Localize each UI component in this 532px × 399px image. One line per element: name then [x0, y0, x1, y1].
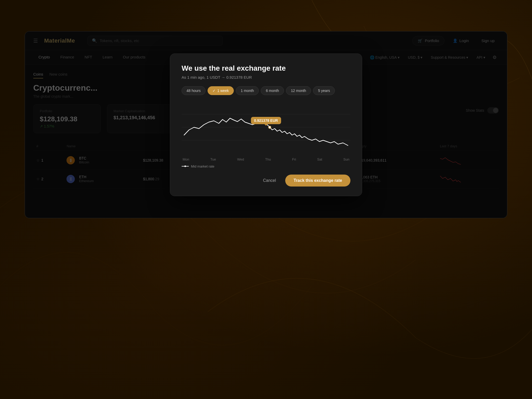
track-exchange-rate-button[interactable]: Track this exchange rate	[285, 175, 350, 187]
filter-5years[interactable]: 5 years	[313, 86, 335, 95]
chart-label-wed: Wed	[237, 157, 244, 161]
filter-48hours-label: 48 hours	[187, 89, 201, 93]
cancel-button[interactable]: Cancel	[258, 175, 281, 186]
time-filters: 48 hours ✓ 1 week 1 month 6 month 12 mon…	[182, 86, 350, 95]
chart-label-sat: Sat	[317, 157, 322, 161]
filter-12month[interactable]: 12 month	[286, 86, 311, 95]
filter-1week[interactable]: ✓ 1 week	[208, 86, 234, 95]
chart-labels: Mon Tue Wed Thu Fri Sat Sun	[182, 157, 350, 161]
exchange-rate-modal: We use the real exchange rate As 1 min a…	[170, 54, 362, 196]
legend-row: Mid market rate	[182, 164, 350, 168]
check-icon: ✓	[212, 89, 216, 93]
filter-12month-label: 12 month	[291, 89, 306, 93]
modal-overlay: We use the real exchange rate As 1 min a…	[25, 31, 507, 218]
filter-6month[interactable]: 6 month	[261, 86, 284, 95]
filter-1month-label: 1 month	[241, 89, 254, 93]
app-window: ☰ MaterialMe 🔍 🛒 Portfolio 👤 Login Sign …	[25, 31, 507, 218]
legend-line	[182, 166, 189, 167]
chart-label-thu: Thu	[265, 157, 271, 161]
filter-5years-label: 5 years	[318, 89, 330, 93]
chart-svg	[182, 101, 350, 153]
chart-label-tue: Tue	[210, 157, 216, 161]
svg-point-3	[269, 126, 271, 129]
filter-48hours[interactable]: 48 hours	[182, 86, 205, 95]
filter-1week-label: 1 week	[217, 89, 229, 93]
filter-1month[interactable]: 1 month	[236, 86, 259, 95]
modal-title: We use the real exchange rate	[182, 64, 350, 72]
modal-footer: Cancel Track this exchange rate	[182, 175, 350, 187]
exchange-rate-chart: 0.921378 EUR	[182, 101, 350, 153]
chart-label-fri: Fri	[292, 157, 296, 161]
chart-label-mon: Mon	[183, 157, 189, 161]
modal-subtitle: As 1 min ago, 1 USDT → 0.921378 EUR	[182, 75, 350, 79]
legend-text: Mid market rate	[191, 164, 214, 168]
filter-6month-label: 6 month	[266, 89, 279, 93]
chart-label-sun: Sun	[343, 157, 349, 161]
